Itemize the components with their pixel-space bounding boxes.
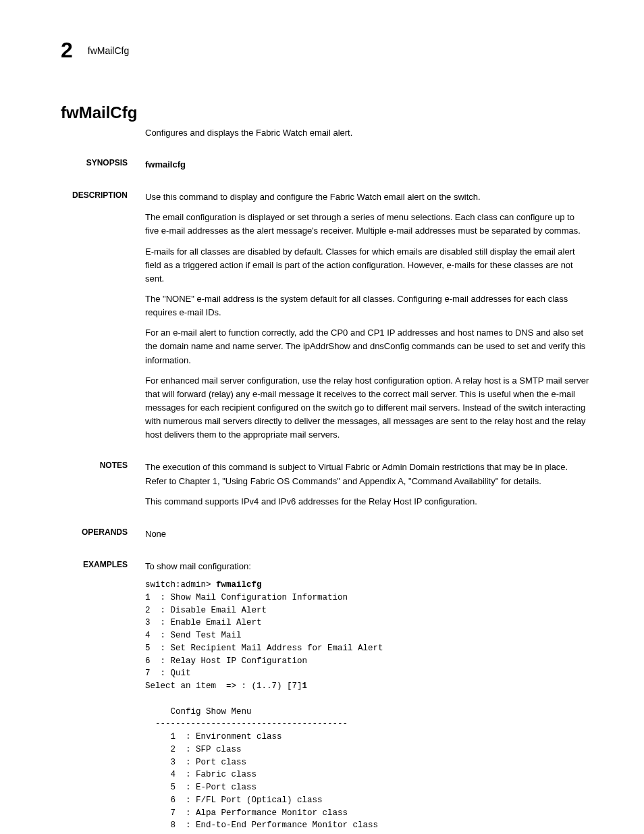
synopsis-body: fwmailcfg (145, 158, 590, 178)
section-operands: OPERANDS None (61, 527, 590, 548)
section-description: DESCRIPTION Use this command to display … (61, 190, 590, 448)
examples-label: EXAMPLES (61, 560, 145, 576)
code-submenu: 1 : Environment class 2 : SFP class 3 : … (145, 732, 378, 830)
description-paragraph: The email configuration is displayed or … (145, 211, 590, 238)
section-examples: EXAMPLES To show mail configuration: (61, 560, 590, 576)
description-label: DESCRIPTION (61, 190, 145, 448)
synopsis-command: fwmailcfg (145, 159, 186, 170)
examples-body: To show mail configuration: (145, 560, 590, 576)
operands-label: OPERANDS (61, 527, 145, 548)
code-submenu-title: Config Show Menu (145, 707, 252, 716)
operands-paragraph: None (145, 527, 590, 541)
running-header: 2 fwMailCfg (61, 38, 590, 63)
description-paragraph: Use this command to display and configur… (145, 190, 590, 204)
description-paragraph: For an e-mail alert to function correctl… (145, 326, 590, 367)
description-paragraph: For enhanced mail server configuration, … (145, 374, 590, 442)
notes-paragraph: The execution of this command is subject… (145, 461, 590, 488)
code-menu: 1 : Show Mail Configuration Information … (145, 593, 383, 691)
code-selection: 1 (302, 681, 308, 691)
code-command: fwmailcfg (216, 580, 262, 590)
examples-paragraph: To show mail configuration: (145, 560, 590, 573)
operands-body: None (145, 527, 590, 548)
page-subtitle: Configures and displays the Fabric Watch… (145, 128, 590, 138)
code-prompt: switch:admin> (145, 580, 216, 590)
code-divider: -------------------------------------- (145, 719, 348, 729)
notes-paragraph: This command supports IPv4 and IPv6 addr… (145, 495, 590, 509)
description-body: Use this command to display and configur… (145, 190, 590, 448)
example-code-block: switch:admin> fwmailcfg 1 : Show Mail Co… (145, 579, 590, 832)
section-notes: NOTES The execution of this command is s… (61, 461, 590, 515)
chapter-number: 2 (61, 38, 73, 63)
notes-body: The execution of this command is subject… (145, 461, 590, 515)
synopsis-label: SYNOPSIS (61, 158, 145, 178)
description-paragraph: E-mails for all classes are disabled by … (145, 245, 590, 286)
notes-label: NOTES (61, 461, 145, 515)
section-synopsis: SYNOPSIS fwmailcfg (61, 158, 590, 178)
description-paragraph: The "NONE" e-mail address is the system … (145, 292, 590, 319)
page-title: fwMailCfg (61, 103, 590, 122)
running-header-title: fwMailCfg (88, 45, 129, 56)
